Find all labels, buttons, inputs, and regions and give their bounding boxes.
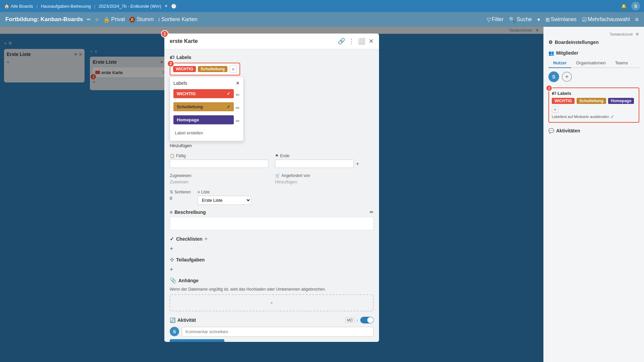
- zugewiesen-row: Zugewiesen Zuweisen 🛒 Angefordert von Hi…: [170, 173, 374, 184]
- breadcrumb-sep1: |: [36, 4, 37, 9]
- members-tabs: Nutzer Organisationen Teams: [548, 58, 639, 68]
- sortieren-liste-row: ⇅ Sortieren 0 ≡ Liste: [170, 190, 374, 205]
- add-checklist-btn[interactable]: +: [170, 245, 173, 252]
- aktivitaet-section: 🔄 Aktivität MD ↓: [170, 317, 374, 342]
- faellig-input[interactable]: [170, 160, 268, 168]
- hinzufuegen-label: Hinzufügen: [170, 143, 374, 148]
- sort-arrows-icon: ⇅: [170, 190, 173, 194]
- expand-icon[interactable]: ⬜: [358, 38, 365, 45]
- mitglieder-title: 👥 Mitglieder: [548, 50, 639, 56]
- check-mark-schulleitung: ✓: [227, 104, 230, 109]
- label-item-homepage[interactable]: Homepage: [173, 115, 234, 124]
- link-icon[interactable]: 🔗: [338, 38, 345, 45]
- comment-avatar: S: [170, 327, 179, 336]
- breadcrumb-item2[interactable]: 2023/2024_7b - Erdkunde (Wnr): [99, 4, 161, 9]
- angefordert-label: 🛒 Angefordert von: [275, 173, 374, 178]
- edit-icon[interactable]: ✏: [87, 17, 91, 22]
- label-dropdown: Labels ✕ WICHTIG ✓ ✏: [170, 77, 244, 141]
- right-panel-label-wichtig[interactable]: WICHTIG: [552, 98, 575, 104]
- add-checklist-icon[interactable]: +: [205, 236, 208, 242]
- tab-nutzer[interactable]: Nutzer: [548, 58, 571, 68]
- label-item-schulleitung[interactable]: Schulleitung ✓: [173, 102, 234, 111]
- edit-homepage-icon[interactable]: ✏: [236, 118, 240, 124]
- close-modal-icon[interactable]: ✕: [369, 38, 374, 45]
- md-icon[interactable]: MD: [345, 317, 354, 323]
- swimlanes-icon: ⊞: [545, 16, 550, 23]
- liste-select[interactable]: Erste Liste: [198, 196, 251, 205]
- modal-body: 🏷 Labels 2 WICHTIG Schulleitung +: [164, 49, 379, 342]
- sortieren-value: 0: [170, 196, 191, 201]
- swimlanes-button[interactable]: ⊞ Swimlanes: [545, 16, 577, 23]
- check-icon-2: ✓: [170, 236, 174, 242]
- close-dropdown-icon[interactable]: ✕: [236, 80, 240, 86]
- tag-icon-panel: 🏷: [552, 91, 556, 96]
- more-options-icon[interactable]: ⋮: [348, 38, 355, 45]
- mute-icon: 🔕: [129, 16, 136, 23]
- add-member-btn[interactable]: +: [562, 72, 572, 82]
- privat-button[interactable]: 🔒 Privat: [103, 16, 125, 23]
- labels-section-badge: 2: [167, 60, 174, 67]
- upload-area[interactable]: +: [170, 294, 374, 311]
- description-box[interactable]: [170, 217, 374, 230]
- home-label[interactable]: Alle Boards: [11, 4, 33, 9]
- mehrfachauswahl-button[interactable]: ☑ Mehrfachauswahl: [582, 16, 630, 23]
- filter-button[interactable]: ▽ Filter: [487, 16, 504, 23]
- edit-wichtig-icon[interactable]: ✏: [236, 92, 240, 98]
- aktivitaet-label: 🔄 Aktivität: [170, 317, 196, 323]
- sortieren-label: ⇅ Sortieren: [170, 190, 191, 194]
- add-ende-icon[interactable]: +: [356, 161, 359, 167]
- chevron-down-icon[interactable]: ▾: [537, 16, 540, 23]
- right-panel-label-schulleitung[interactable]: Schulleitung: [577, 98, 606, 104]
- angefordert-group: 🛒 Angefordert von Hinzufügen: [275, 173, 374, 184]
- faellig-ende-row: 📋 Fällig ⚑ Ende: [170, 154, 374, 168]
- faellig-group: 📋 Fällig: [170, 154, 268, 168]
- edit-schulleitung-icon[interactable]: ✏: [236, 105, 240, 111]
- user-avatar[interactable]: S: [631, 2, 640, 10]
- format-icon[interactable]: ↓: [357, 318, 359, 322]
- star-icon[interactable]: ☆: [95, 17, 99, 22]
- notification-bell-icon[interactable]: 🔔: [621, 4, 627, 9]
- modal-overlay[interactable]: 2 erste Karte 🔗 ⋮ ⬜ ✕: [0, 27, 543, 362]
- lock-icon: 🔒: [103, 16, 110, 23]
- card-modal: erste Karte 🔗 ⋮ ⬜ ✕ 🏷: [164, 34, 379, 342]
- label-item-wichtig[interactable]: WICHTIG ✓: [173, 89, 234, 98]
- label-tag-wichtig-modal[interactable]: WICHTIG: [173, 66, 196, 72]
- tab-organisationen[interactable]: Organisationen: [571, 58, 610, 68]
- subtask-icon: ⊹: [170, 256, 174, 263]
- board-content: Tastaturkürzel ✕ + ≡ Erste Liste + ≡ +: [0, 27, 543, 362]
- search-button[interactable]: 🔍 Suche: [509, 16, 532, 23]
- label-hide-text[interactable]: Labeltext auf Minikarte ausblenden ✓: [552, 114, 636, 119]
- sortiere-karten-button[interactable]: ↕ Sortiere Karten: [158, 16, 198, 22]
- create-label-btn[interactable]: Label erstellen: [173, 128, 240, 137]
- edit-desc-icon[interactable]: ✏: [370, 209, 374, 215]
- liste-group: ≡ Liste Erste Liste: [198, 190, 374, 205]
- board-settings-title[interactable]: ⚙ Boardeinstellungen: [548, 40, 639, 45]
- activities-section: 💬 Aktivitäten: [548, 128, 639, 133]
- aktivitaet-toggle[interactable]: [360, 317, 374, 323]
- check-mark-wichtig: ✓: [227, 91, 230, 96]
- add-teilaufgabe-btn[interactable]: +: [170, 266, 173, 273]
- menu-icon[interactable]: ≡: [635, 16, 639, 23]
- board-header: Fortbildung: Kanban-Boards ✏ ☆ 🔒 Privat …: [0, 12, 644, 27]
- aktivitaeten-title[interactable]: 💬 Aktivitäten: [548, 128, 639, 133]
- hinzufuegen-link[interactable]: Hinzufügen: [275, 179, 374, 184]
- comment-input[interactable]: [182, 327, 374, 337]
- tab-teams[interactable]: Teams: [610, 58, 633, 68]
- right-panel-label-homepage[interactable]: Homepage: [608, 98, 634, 104]
- aktivitaet-header: 🔄 Aktivität MD ↓: [170, 317, 374, 323]
- right-panel-labels-section: 2 🏷 Labels WICHTIG Schulleitung Homepage…: [548, 87, 639, 123]
- add-icon[interactable]: +: [165, 3, 168, 9]
- close-right-panel-icon[interactable]: ✕: [635, 32, 639, 37]
- stumm-button[interactable]: 🔕 Stumm: [129, 16, 154, 23]
- add-label-btn[interactable]: +: [229, 65, 237, 73]
- ende-label: ⚑ Ende: [275, 154, 374, 158]
- board-settings-section: ⚙ Boardeinstellungen: [548, 40, 639, 45]
- right-panel-add-label-btn[interactable]: +: [552, 106, 558, 113]
- save-comment-btn[interactable]: Kommentar speichern: [170, 339, 224, 342]
- anhaenge-warning: Wenn der Dateiname ungültig ist, wird da…: [170, 287, 374, 292]
- sort-icon: ↕: [158, 16, 160, 22]
- breadcrumb-item1[interactable]: Hausaufgaben-Betreuung: [41, 4, 91, 9]
- home-link[interactable]: 🏠 Alle Boards: [4, 4, 33, 9]
- label-tag-schulleitung-modal[interactable]: Schulleitung: [198, 66, 227, 72]
- ende-input[interactable]: [275, 160, 354, 168]
